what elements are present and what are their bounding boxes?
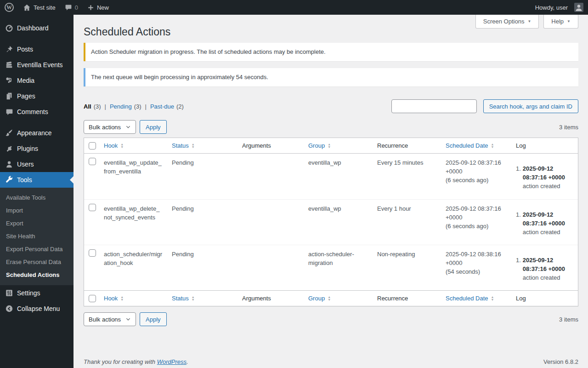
apply-button[interactable]: Apply [140,120,167,134]
list-controls: All (3) | Pending (3) | Past-due (2) Sea… [84,99,578,113]
select-all-checkbox[interactable] [89,142,96,150]
column-header-status[interactable]: Status▲▼ [172,142,195,150]
hook-name: eventilla_wp_delete_not_synced_events [104,205,159,221]
wordpress-link[interactable]: WordPress [157,358,187,365]
notice-migration: Action Scheduler migration in progress. … [84,43,578,61]
sidebar-item-settings[interactable]: Settings [0,285,74,301]
log-entry: 1. 2025-09-12 08:37:16 +0000 action crea… [516,164,573,190]
column-header-status[interactable]: Status▲▼ [172,295,195,302]
column-header-recurrence: Recurrence [377,295,408,302]
site-name-menu[interactable]: Test site [18,0,60,15]
submenu-item-export[interactable]: Export [0,217,74,230]
footer-version: Version 6.8.2 [543,358,578,365]
wordpress-logo-menu[interactable]: W [0,0,18,15]
filter-past-due[interactable]: Past-due [150,103,174,110]
media-icon [5,76,14,85]
table-row: eventilla_wp_delete_not_synced_events Pe… [84,199,578,245]
sidebar-item-label: Plugins [17,145,38,152]
bulk-actions-select[interactable]: Bulk actions [84,312,136,326]
row-checkbox[interactable] [89,249,96,257]
new-menu[interactable]: New [83,0,113,15]
log-body: 2025-09-12 08:37:16 +0000 action created [523,256,573,282]
chevron-down-icon [125,124,131,130]
chevron-down-icon: ▼ [527,19,531,23]
table-row: eventilla_wp_update_from_eventilla Pendi… [84,154,578,199]
column-header-hook[interactable]: Hook▲▼ [104,142,124,150]
scheduled-date-relative: (6 seconds ago) [446,176,507,184]
recurrence-value: Every 15 minutes [377,159,423,166]
sort-indicator-icon: ▲▼ [192,143,195,148]
admin-sidebar: Dashboard Posts Eventilla Events Media P… [0,15,74,368]
recurrence-value: Non-repeating [377,251,415,258]
status-value: Pending [172,205,194,212]
log-index: 1. [516,210,521,236]
column-header-scheduled-date[interactable]: Scheduled Date▲▼ [446,142,494,150]
bulk-actions-select[interactable]: Bulk actions [84,120,136,134]
tablenav-bottom: Bulk actions Apply 3 items [84,312,578,326]
submenu-item-site-health[interactable]: Site Health [0,230,74,243]
sidebar-item-label: Posts [17,46,33,53]
sidebar-item-eventilla-events[interactable]: Eventilla Events [0,57,74,73]
sidebar-item-label: Media [17,77,34,84]
sidebar-item-label: Comments [17,108,48,115]
apply-button[interactable]: Apply [140,312,167,326]
column-header-hook[interactable]: Hook▲▼ [104,295,124,302]
admin-bar: W Test site 0 New Howdy, user [0,0,588,15]
column-header-group[interactable]: Group▲▼ [308,295,331,302]
my-account-menu[interactable]: Howdy, user [531,0,588,15]
filter-pending-count: (3) [134,103,141,110]
status-filters: All (3) | Pending (3) | Past-due (2) [84,103,184,110]
sidebar-item-label: Tools [17,176,32,184]
table-header: Hook▲▼ Status▲▼ Arguments Group▲▼ Recurr… [84,138,578,154]
column-header-arguments: Arguments [242,142,271,149]
scheduled-date-value: 2025-09-12 08:37:16 +0000 [446,204,507,222]
sidebar-item-posts[interactable]: Posts [0,41,74,57]
search-button[interactable]: Search hook, args and claim ID [483,99,578,113]
items-count: 3 items [559,124,578,131]
submenu-item-scheduled-actions[interactable]: Scheduled Actions [0,269,74,282]
hook-name: eventilla_wp_update_from_eventilla [104,159,162,175]
scheduled-date-value: 2025-09-12 08:38:16 +0000 [446,250,507,267]
sidebar-item-users[interactable]: Users [0,156,74,172]
new-label: New [97,4,109,11]
submenu-item-import[interactable]: Import [0,204,74,217]
sidebar-item-appearance[interactable]: Appearance [0,125,74,141]
sidebar-item-dashboard[interactable]: Dashboard [0,20,74,36]
sidebar-item-comments[interactable]: Comments [0,104,74,120]
status-value: Pending [172,251,194,258]
screen-options-button[interactable]: Screen Options ▼ [475,15,539,29]
chevron-down-icon [125,316,131,322]
row-checkbox[interactable] [89,158,96,165]
sidebar-item-media[interactable]: Media [0,73,74,88]
log-entry: 1. 2025-09-12 08:37:16 +0000 action crea… [516,256,573,282]
submenu-item-export-personal-data[interactable]: Export Personal Data [0,243,74,256]
sidebar-item-tools[interactable]: Tools [0,172,74,188]
sidebar-item-plugins[interactable]: Plugins [0,141,74,156]
notice-migration-text: Action Scheduler migration in progress. … [91,48,326,55]
sidebar-item-label: Pages [17,92,35,100]
tablenav-top: Bulk actions Apply 3 items [84,120,578,134]
row-checkbox[interactable] [89,204,96,211]
sidebar-item-pages[interactable]: Pages [0,88,74,104]
select-all-checkbox[interactable] [89,295,96,302]
column-header-group[interactable]: Group▲▼ [308,142,331,150]
submenu-item-erase-personal-data[interactable]: Erase Personal Data [0,256,74,269]
submenu-item-available-tools[interactable]: Available Tools [0,191,74,204]
filter-pending[interactable]: Pending [110,103,132,110]
help-button[interactable]: Help ▼ [543,15,578,29]
scheduled-date-relative: (54 seconds) [446,267,507,276]
search-input[interactable] [391,99,477,113]
search-box: Search hook, args and claim ID [391,99,578,113]
comments-menu[interactable]: 0 [60,0,83,15]
collapse-arrow-icon [5,305,14,313]
sidebar-item-collapse-menu[interactable]: Collapse Menu [0,301,74,316]
sort-indicator-icon: ▲▼ [120,296,124,301]
screen-options-label: Screen Options [483,18,525,25]
column-header-arguments: Arguments [242,295,271,302]
howdy-label: Howdy, user [535,4,568,11]
sort-indicator-icon: ▲▼ [120,143,124,148]
column-header-scheduled-date[interactable]: Scheduled Date▲▼ [446,295,494,302]
filter-separator: | [105,103,106,110]
filter-all[interactable]: All [84,103,91,110]
settings-icon [5,289,14,297]
